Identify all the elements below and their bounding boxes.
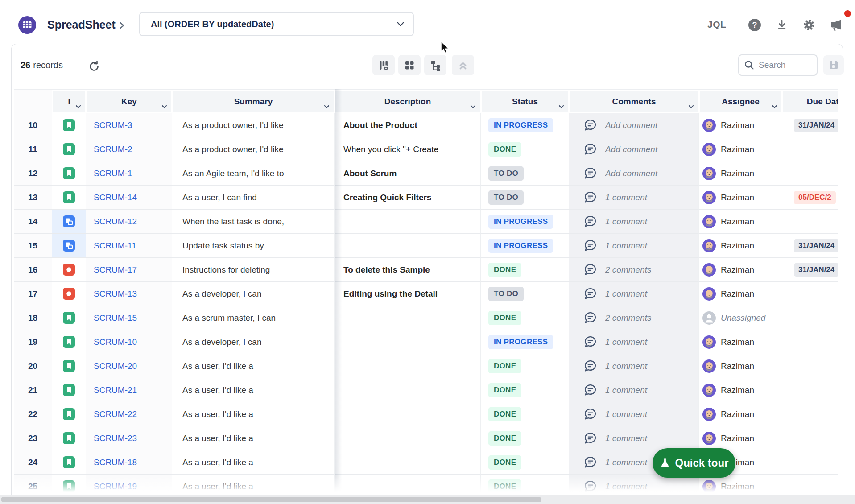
filter-dropdown[interactable]: All (ORDER BY updatedDate) (139, 12, 414, 36)
summary-cell[interactable]: As a product owner, I'd like (172, 113, 335, 137)
status-badge[interactable]: DONE (488, 479, 521, 494)
issue-key-link[interactable]: SCRUM-14 (94, 193, 137, 202)
assignee-cell[interactable]: Raziman (699, 113, 782, 137)
row-number[interactable]: 22 (14, 402, 52, 426)
issue-type-cell[interactable] (52, 402, 86, 426)
summary-cell[interactable]: When the last task is done, (172, 210, 335, 234)
issue-type-cell[interactable] (52, 210, 86, 234)
description-cell[interactable]: Editing using the Detail (335, 282, 481, 306)
due-date-cell[interactable] (782, 354, 838, 378)
due-date-cell[interactable] (782, 282, 838, 306)
status-badge[interactable]: TO DO (488, 166, 524, 181)
jql-button[interactable]: JQL (707, 19, 726, 30)
due-date-chip[interactable]: 31/JAN/24 (794, 239, 838, 252)
due-date-cell[interactable] (782, 450, 838, 475)
gear-icon[interactable] (802, 18, 816, 32)
issue-key-cell[interactable]: SCRUM-3 (86, 113, 172, 137)
card-view-button[interactable] (398, 55, 421, 75)
summary-cell[interactable]: As a user, I'd like a (172, 354, 335, 378)
status-badge[interactable]: DONE (488, 455, 521, 470)
due-date-cell[interactable]: 05/DEC/2 (782, 186, 838, 210)
comments-cell[interactable]: 2 comments (569, 306, 699, 330)
due-date-cell[interactable]: 31/JAN/24 (782, 113, 838, 137)
download-icon[interactable] (776, 19, 788, 31)
column-header-key[interactable]: Key (86, 90, 172, 114)
due-date-chip[interactable]: 31/JAN/24 (794, 119, 838, 132)
description-cell[interactable]: About Scrum (335, 161, 481, 186)
comments-cell[interactable]: 1 comment (569, 378, 699, 402)
issue-key-link[interactable]: SCRUM-18 (94, 458, 137, 467)
description-cell[interactable]: To delete this Sample (335, 258, 481, 282)
summary-cell[interactable]: As a user, I'd like a (172, 450, 335, 475)
description-cell[interactable] (335, 234, 481, 258)
assignee-cell[interactable]: Raziman (699, 354, 782, 378)
summary-cell[interactable]: Update task status by (172, 234, 335, 258)
issue-type-cell[interactable] (52, 113, 86, 137)
issue-key-cell[interactable]: SCRUM-21 (86, 378, 172, 402)
due-date-chip[interactable]: 05/DEC/2 (794, 191, 836, 204)
column-header-description[interactable]: Description (335, 90, 481, 114)
column-header-type[interactable]: T (52, 90, 86, 114)
issue-key-cell[interactable]: SCRUM-23 (86, 426, 172, 450)
summary-cell[interactable]: As a user, I'd like a (172, 402, 335, 426)
issue-key-link[interactable]: SCRUM-10 (94, 337, 137, 347)
status-badge[interactable]: IN PROGRESS (488, 215, 553, 229)
issue-key-link[interactable]: SCRUM-1 (94, 169, 132, 178)
row-number[interactable]: 14 (14, 210, 52, 234)
due-date-cell[interactable] (782, 306, 838, 330)
row-number[interactable]: 13 (14, 186, 52, 210)
summary-cell[interactable]: As a user, I can find (172, 186, 335, 210)
summary-cell[interactable]: As a developer, I can (172, 330, 335, 354)
refresh-icon[interactable] (87, 60, 101, 73)
row-number[interactable]: 10 (14, 113, 52, 137)
row-number[interactable]: 16 (14, 258, 52, 282)
row-number[interactable]: 19 (14, 330, 52, 354)
summary-cell[interactable]: Instructions for deleting (172, 258, 335, 282)
issue-key-link[interactable]: SCRUM-2 (94, 145, 132, 154)
column-header-assignee[interactable]: Assignee (699, 90, 782, 114)
description-cell[interactable]: About the Product (335, 113, 481, 137)
column-header-summary[interactable]: Summary (172, 90, 335, 114)
comments-cell[interactable]: 1 comment (569, 186, 699, 210)
issue-key-link[interactable]: SCRUM-20 (94, 361, 137, 371)
assignee-cell[interactable]: Raziman (699, 378, 782, 402)
status-cell[interactable]: DONE (481, 450, 569, 475)
status-badge[interactable]: TO DO (488, 190, 524, 205)
issue-type-cell[interactable] (52, 282, 86, 306)
status-cell[interactable]: DONE (481, 258, 569, 282)
comments-cell[interactable]: Add comment (569, 137, 699, 161)
issue-type-cell[interactable] (52, 186, 86, 210)
due-date-cell[interactable] (782, 137, 838, 161)
comments-cell[interactable]: 2 comments (569, 258, 699, 282)
status-cell[interactable]: IN PROGRESS (481, 234, 569, 258)
issue-key-cell[interactable]: SCRUM-10 (86, 330, 172, 354)
issue-key-link[interactable]: SCRUM-17 (94, 265, 137, 275)
status-cell[interactable]: DONE (481, 137, 569, 161)
summary-cell[interactable]: As an Agile team, I'd like to (172, 161, 335, 186)
status-cell[interactable]: DONE (481, 354, 569, 378)
description-cell[interactable]: Creating Quick Filters (335, 186, 481, 210)
due-date-cell[interactable]: 31/JAN/24 (782, 234, 838, 258)
status-badge[interactable]: DONE (488, 431, 521, 446)
issue-key-cell[interactable]: SCRUM-1 (86, 161, 172, 186)
status-cell[interactable]: DONE (481, 378, 569, 402)
row-number[interactable]: 21 (14, 378, 52, 402)
collapse-all-button[interactable] (452, 55, 474, 75)
search-input[interactable] (759, 60, 812, 70)
issue-key-link[interactable]: SCRUM-19 (94, 482, 137, 492)
hierarchy-view-button[interactable] (424, 55, 446, 75)
due-date-cell[interactable] (782, 330, 838, 354)
assignee-cell[interactable]: Raziman (699, 186, 782, 210)
issue-key-cell[interactable]: SCRUM-13 (86, 282, 172, 306)
row-number[interactable]: 20 (14, 354, 52, 378)
status-badge[interactable]: IN PROGRESS (488, 118, 553, 132)
status-cell[interactable]: TO DO (481, 282, 569, 306)
status-badge[interactable]: DONE (488, 263, 521, 277)
scrollbar-thumb[interactable] (1, 497, 541, 502)
assignee-cell[interactable]: Raziman (699, 161, 782, 186)
issue-key-cell[interactable]: SCRUM-22 (86, 402, 172, 426)
due-date-cell[interactable] (782, 161, 838, 186)
assignee-cell[interactable]: Raziman (699, 137, 782, 161)
summary-cell[interactable]: As a developer, I can (172, 282, 335, 306)
column-header-status[interactable]: Status (481, 90, 569, 114)
